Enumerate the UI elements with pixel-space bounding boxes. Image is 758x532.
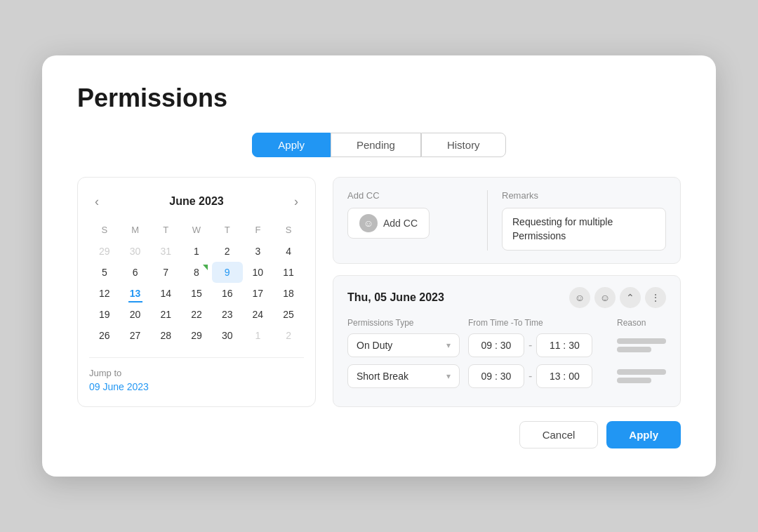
form-section: Add CC ☺ Add CC Remarks Requesting for m… <box>333 177 681 407</box>
permission-type-select-1[interactable]: On Duty ▾ <box>347 333 460 357</box>
cal-day-2-6[interactable]: 18 <box>273 283 304 304</box>
cal-day-0-0[interactable]: 29 <box>89 241 120 262</box>
cal-day-4-6[interactable]: 2 <box>273 325 304 346</box>
cal-day-4-2[interactable]: 28 <box>150 325 181 346</box>
permission-row-2: Short Break ▾ 09 : 30 - 13 : 00 <box>347 364 666 388</box>
cal-day-3-2[interactable]: 21 <box>150 304 181 325</box>
cal-day-3-0[interactable]: 19 <box>89 304 120 325</box>
calendar-header: ‹ June 2023 › <box>89 192 304 212</box>
cal-day-3-6[interactable]: 25 <box>273 304 304 325</box>
cal-day-4-1[interactable]: 27 <box>120 325 151 346</box>
chevron-down-icon-1: ▾ <box>446 340 451 350</box>
add-cc-button-label: Add CC <box>383 218 418 229</box>
cal-day-2-5[interactable]: 17 <box>243 283 274 304</box>
time-range-2: 09 : 30 - 13 : 00 <box>468 364 609 388</box>
cal-day-3-1[interactable]: 20 <box>120 304 151 325</box>
cal-day-2-2[interactable]: 14 <box>150 283 181 304</box>
jump-label: Jump to <box>89 368 304 378</box>
reason-line-2a <box>617 369 666 375</box>
cal-day-0-2[interactable]: 31 <box>150 241 181 262</box>
reason-line-1b <box>617 347 651 352</box>
cal-day-1-6[interactable]: 11 <box>273 262 304 283</box>
cal-day-4-5[interactable]: 1 <box>243 325 274 346</box>
cal-day-4-0[interactable]: 26 <box>89 325 120 346</box>
to-time-1[interactable]: 11 : 30 <box>536 333 592 357</box>
modal-container: Permissions Apply Pending History ‹ June… <box>42 55 716 477</box>
col-reason-label: Reason <box>617 318 666 328</box>
from-time-2[interactable]: 09 : 30 <box>468 364 524 388</box>
cal-day-2-1[interactable]: 13 <box>120 283 151 304</box>
card-date: Thu, 05 June 2023 <box>347 291 444 304</box>
cal-day-0-3[interactable]: 1 <box>181 241 212 262</box>
permission-type-select-2[interactable]: Short Break ▾ <box>347 364 460 388</box>
calendar-month-year: June 2023 <box>169 195 223 208</box>
reason-line-2b <box>617 378 651 383</box>
tab-history[interactable]: History <box>421 133 506 157</box>
cal-header-tue: T <box>150 222 181 241</box>
cal-day-0-5[interactable]: 3 <box>243 241 274 262</box>
cal-day-4-4[interactable]: 30 <box>212 325 243 346</box>
cal-header-thu: T <box>212 222 243 241</box>
time-dash-2: - <box>528 370 532 383</box>
jump-date-link[interactable]: 09 June 2023 <box>89 381 304 392</box>
content-area: ‹ June 2023 › S M T W T F S 2 <box>77 177 681 407</box>
page-title: Permissions <box>77 84 681 113</box>
time-range-1: 09 : 30 - 11 : 30 <box>468 333 609 357</box>
next-month-button[interactable]: › <box>288 192 304 212</box>
user-icon-button-2[interactable]: ☺ <box>594 287 616 308</box>
more-options-button[interactable]: ⋮ <box>645 287 666 308</box>
cal-header-sat: S <box>273 222 304 241</box>
tabs-bar: Apply Pending History <box>77 133 681 157</box>
cal-day-1-0[interactable]: 5 <box>89 262 120 283</box>
cal-header-wed: W <box>181 222 212 241</box>
tab-apply[interactable]: Apply <box>252 133 331 157</box>
reason-line-1a <box>617 338 666 344</box>
cal-day-2-0[interactable]: 12 <box>89 283 120 304</box>
cal-day-2-3[interactable]: 15 <box>181 283 212 304</box>
cc-remarks-panel: Add CC ☺ Add CC Remarks Requesting for m… <box>333 177 681 264</box>
user-icon-button-1[interactable]: ☺ <box>569 287 590 308</box>
cal-day-3-3[interactable]: 22 <box>181 304 212 325</box>
calendar-grid: S M T W T F S 29303112345678910111213141… <box>89 222 304 346</box>
permission-card: Thu, 05 June 2023 ☺ ☺ ⌃ ⋮ Permissions Ty… <box>333 275 681 407</box>
permission-type-value-1: On Duty <box>357 340 392 351</box>
cc-label: Add CC <box>347 190 473 201</box>
remarks-part: Remarks Requesting for multiple Permissi… <box>502 190 666 251</box>
card-header: Thu, 05 June 2023 ☺ ☺ ⌃ ⋮ <box>347 287 666 308</box>
cc-part: Add CC ☺ Add CC <box>347 190 488 251</box>
cancel-button[interactable]: Cancel <box>519 421 599 448</box>
cal-day-0-4[interactable]: 2 <box>212 241 243 262</box>
prev-month-button[interactable]: ‹ <box>89 192 105 212</box>
from-time-1[interactable]: 09 : 30 <box>468 333 524 357</box>
time-dash-1: - <box>528 339 532 352</box>
add-cc-button[interactable]: ☺ Add CC <box>347 208 430 239</box>
permission-row-1: On Duty ▾ 09 : 30 - 11 : 30 <box>347 333 666 357</box>
chevron-down-icon-2: ▾ <box>446 371 451 381</box>
cal-day-1-1[interactable]: 6 <box>120 262 151 283</box>
cal-day-4-3[interactable]: 29 <box>181 325 212 346</box>
jump-section: Jump to 09 June 2023 <box>89 357 304 392</box>
col-from-to-label: From Time -To Time <box>468 318 609 328</box>
cal-day-1-2[interactable]: 7 <box>150 262 181 283</box>
col-permissions-type-label: Permissions Type <box>347 318 460 328</box>
collapse-button[interactable]: ⌃ <box>620 287 641 308</box>
calendar-panel: ‹ June 2023 › S M T W T F S 2 <box>77 177 316 407</box>
remarks-label: Remarks <box>502 190 666 201</box>
permission-type-value-2: Short Break <box>357 371 408 382</box>
cal-day-1-5[interactable]: 10 <box>243 262 274 283</box>
cal-day-0-6[interactable]: 4 <box>273 241 304 262</box>
cal-day-3-4[interactable]: 23 <box>212 304 243 325</box>
cal-day-1-3[interactable]: 8 <box>181 262 212 283</box>
cal-day-3-5[interactable]: 24 <box>243 304 274 325</box>
cal-header-sun: S <box>89 222 120 241</box>
apply-button[interactable]: Apply <box>606 421 681 448</box>
cal-day-0-1[interactable]: 30 <box>120 241 151 262</box>
cal-day-2-4[interactable]: 16 <box>212 283 243 304</box>
cal-day-1-4[interactable]: 9 <box>212 262 243 283</box>
reason-lines-2 <box>617 369 666 383</box>
cols-header: Permissions Type From Time -To Time Reas… <box>347 318 666 328</box>
to-time-2[interactable]: 13 : 00 <box>536 364 592 388</box>
tab-pending[interactable]: Pending <box>331 133 421 157</box>
card-actions: ☺ ☺ ⌃ ⋮ <box>569 287 666 308</box>
remarks-text[interactable]: Requesting for multiple Permissions <box>502 208 666 251</box>
